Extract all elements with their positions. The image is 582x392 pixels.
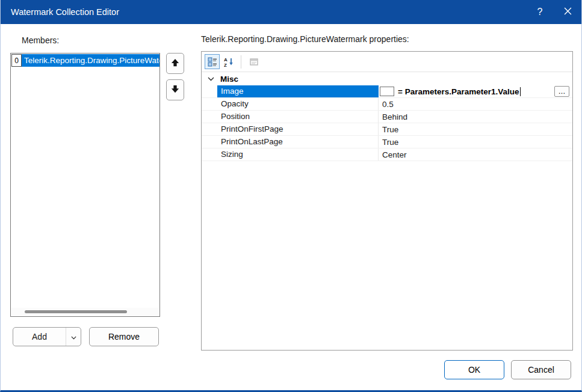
image-thumbnail — [380, 87, 394, 96]
row-margin — [202, 98, 217, 110]
members-label: Members: — [22, 35, 59, 45]
row-margin — [202, 136, 217, 148]
property-name-opacity[interactable]: Opacity — [217, 98, 379, 110]
property-name-image[interactable]: Image — [217, 85, 379, 97]
property-value-printonfirstpage[interactable]: True — [382, 125, 398, 134]
list-item[interactable]: 0 Telerik.Reporting.Drawing.PictureWate — [11, 54, 159, 67]
toolbar-separator — [241, 55, 241, 69]
chevron-down-icon[interactable] — [208, 77, 215, 81]
add-dropdown-button[interactable] — [66, 328, 81, 346]
property-row-image: Image = Parameters.Parameter1.Value … — [202, 85, 572, 98]
ok-button[interactable]: OK — [444, 360, 504, 379]
property-value-image[interactable]: = Parameters.Parameter1.Value — [398, 87, 519, 96]
property-value-cell-position[interactable]: Behind — [379, 111, 572, 123]
property-row-sizing: Sizing Center — [202, 149, 572, 161]
row-margin — [202, 111, 217, 123]
cancel-button[interactable]: Cancel — [511, 360, 571, 379]
category-label: Misc — [220, 75, 238, 84]
property-name-printonfirstpage[interactable]: PrintOnFirstPage — [217, 123, 379, 135]
property-grid-toolbar: A Z — [202, 52, 572, 72]
property-value-sizing[interactable]: Center — [382, 150, 407, 159]
chevron-down-icon — [71, 332, 76, 341]
watermark-collection-editor-dialog: Watermark Collection Editor ? Members: 0… — [0, 0, 582, 392]
property-value-cell-printonlastpage[interactable]: True — [379, 136, 572, 148]
row-margin — [202, 149, 217, 161]
property-value-cell-printonfirstpage[interactable]: True — [379, 123, 572, 135]
move-up-button[interactable] — [166, 53, 184, 74]
horizontal-scrollbar[interactable] — [11, 308, 159, 316]
property-value-cell-opacity[interactable]: 0.5 — [379, 98, 572, 110]
remove-button[interactable]: Remove — [89, 327, 159, 346]
property-name-printonlastpage[interactable]: PrintOnLastPage — [217, 136, 379, 148]
property-row-printonfirstpage: PrintOnFirstPage True — [202, 123, 572, 136]
add-button-label: Add — [13, 328, 66, 346]
properties-header: Telerik.Reporting.Drawing.PictureWaterma… — [201, 34, 409, 44]
list-item-label: Telerik.Reporting.Drawing.PictureWate — [22, 54, 159, 67]
text-caret — [520, 87, 521, 96]
window-title: Watermark Collection Editor — [1, 7, 119, 17]
alphabetical-sort-icon[interactable]: A Z — [221, 54, 236, 69]
property-pages-icon[interactable] — [246, 54, 261, 69]
property-value-printonlastpage[interactable]: True — [382, 138, 398, 147]
categorized-icon[interactable] — [205, 54, 220, 69]
category-row-misc[interactable]: Misc — [202, 72, 572, 85]
help-button[interactable]: ? — [526, 0, 554, 24]
row-margin — [202, 123, 217, 135]
property-row-position: Position Behind — [202, 111, 572, 123]
move-down-button[interactable] — [166, 79, 184, 100]
list-item-index: 0 — [11, 54, 22, 67]
close-button[interactable] — [554, 0, 581, 24]
property-row-printonlastpage: PrintOnLastPage True — [202, 136, 572, 149]
property-row-opacity: Opacity 0.5 — [202, 98, 572, 111]
svg-text:Z: Z — [224, 62, 227, 67]
property-value-cell-image[interactable]: = Parameters.Parameter1.Value … — [379, 85, 572, 97]
ellipsis-button[interactable]: … — [554, 86, 569, 97]
add-button[interactable]: Add — [13, 327, 81, 346]
members-listbox[interactable]: 0 Telerik.Reporting.Drawing.PictureWate — [10, 53, 160, 317]
titlebar[interactable]: Watermark Collection Editor ? — [1, 0, 581, 24]
scrollbar-thumb[interactable] — [25, 310, 127, 313]
property-name-sizing[interactable]: Sizing — [217, 149, 379, 161]
property-name-position[interactable]: Position — [217, 111, 379, 123]
property-value-position[interactable]: Behind — [382, 112, 407, 121]
row-margin — [202, 85, 217, 97]
close-icon — [564, 7, 572, 17]
property-value-opacity[interactable]: 0.5 — [382, 100, 394, 109]
property-value-cell-sizing[interactable]: Center — [379, 149, 572, 161]
up-arrow-icon — [171, 58, 179, 69]
down-arrow-icon — [171, 85, 179, 95]
property-grid: A Z Misc — [201, 51, 573, 351]
